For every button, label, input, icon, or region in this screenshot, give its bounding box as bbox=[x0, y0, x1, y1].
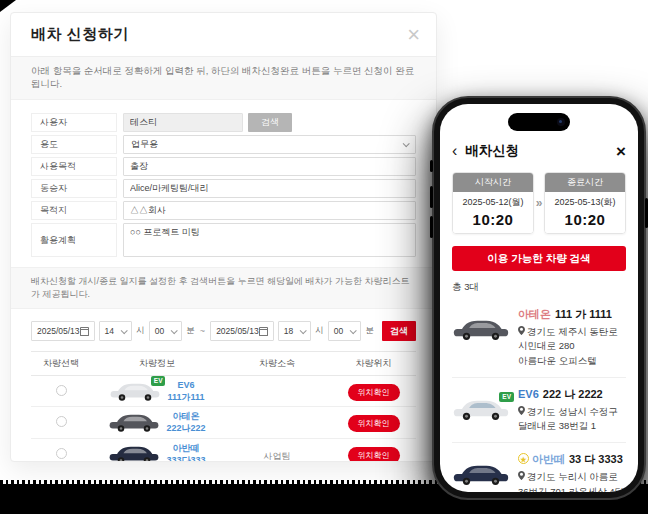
start-date-value: 2025/05/13 bbox=[37, 326, 80, 336]
table-row: 아반떼 333다333 사업팀 위치확인 bbox=[31, 438, 416, 462]
car-image bbox=[108, 442, 160, 462]
purpose-input[interactable] bbox=[123, 157, 416, 176]
available-vehicle-search-button[interactable]: 이용 가능한 차량 검색 bbox=[452, 246, 626, 271]
car-image bbox=[452, 315, 510, 343]
usage-type-label: 용도 bbox=[31, 135, 117, 154]
dispatch-request-modal: 배차 신청하기 × 아래 항목을 순서대로 정확하게 입력한 뒤, 하단의 배차… bbox=[10, 12, 437, 462]
vehicle-plate: 333다333 bbox=[166, 455, 205, 462]
end-time-card[interactable]: 종료시간 2025-05-13(화) 10:20 bbox=[544, 172, 626, 234]
end-date-picker[interactable]: 2025/05/13 bbox=[210, 321, 274, 341]
vehicle-radio[interactable] bbox=[56, 385, 67, 396]
vehicle-dept: 사업팀 bbox=[264, 451, 291, 461]
end-time: 10:20 bbox=[545, 211, 625, 228]
minute-unit-label: 분 bbox=[365, 325, 374, 337]
phone-mockup: ‹ 배차신청 × 시작시간 2025-05-12(월) 10:20 » 종료시간… bbox=[432, 96, 646, 500]
time-range-row: 시작시간 2025-05-12(월) 10:20 » 종료시간 2025-05-… bbox=[452, 172, 626, 234]
dispatch-app: ‹ 배차신청 × 시작시간 2025-05-12(월) 10:20 » 종료시간… bbox=[440, 104, 638, 492]
usage-type-value: 업무용 bbox=[131, 138, 158, 151]
end-minute-value: 00 bbox=[334, 326, 343, 336]
start-hour-value: 14 bbox=[105, 326, 114, 336]
modal-header: 배차 신청하기 × bbox=[11, 13, 436, 57]
vehicle-count: 총 3대 bbox=[452, 281, 626, 294]
map-pin-icon bbox=[518, 326, 525, 335]
chevron-down-icon bbox=[121, 327, 128, 334]
modal-intro-text: 아래 항목을 순서대로 정확하게 입력한 뒤, 하단의 배차신청완료 버튼을 누… bbox=[11, 57, 436, 100]
start-time-label: 시작시간 bbox=[453, 173, 533, 192]
vehicle-plate: 222나222 bbox=[166, 423, 205, 433]
start-minute-value: 00 bbox=[155, 326, 164, 336]
app-header: ‹ 배차신청 × bbox=[452, 138, 626, 164]
vehicle-radio[interactable] bbox=[56, 416, 67, 427]
schedule-row: 2025/05/13 14 시 00 분 ~ 2025/05/13 18 bbox=[31, 321, 416, 341]
close-icon[interactable]: × bbox=[407, 24, 420, 46]
start-time-card[interactable]: 시작시간 2025-05-12(월) 10:20 bbox=[452, 172, 534, 234]
end-hour-select[interactable]: 18 bbox=[278, 321, 312, 341]
start-minute-select[interactable]: 00 bbox=[149, 321, 183, 341]
calendar-icon bbox=[259, 327, 268, 336]
vehicle-address: 경기도 제주시 동탄로 시민대로 280 아름다운 오피스텔 bbox=[518, 325, 626, 368]
start-date-picker[interactable]: 2025/05/13 bbox=[31, 321, 95, 341]
user-search-button[interactable]: 검색 bbox=[248, 113, 292, 132]
app-title: 배차신청 bbox=[465, 142, 616, 160]
vehicle-name: 아반떼 bbox=[532, 453, 565, 465]
hour-unit-label: 시 bbox=[136, 325, 145, 337]
end-minute-select[interactable]: 00 bbox=[328, 321, 362, 341]
end-date-value: 2025/05/13 bbox=[216, 326, 259, 336]
back-icon[interactable]: ‹ bbox=[452, 143, 457, 159]
start-hour-select[interactable]: 14 bbox=[99, 321, 133, 341]
car-image bbox=[108, 410, 160, 434]
phone-screen: ‹ 배차신청 × 시작시간 2025-05-12(월) 10:20 » 종료시간… bbox=[440, 104, 638, 492]
vehicle-model: 아테온 bbox=[172, 411, 199, 421]
calendar-icon bbox=[80, 327, 89, 336]
start-time: 10:20 bbox=[453, 211, 533, 228]
map-pin-icon bbox=[518, 406, 525, 415]
passenger-input[interactable] bbox=[123, 179, 416, 198]
col-select-header: 차량선택 bbox=[31, 352, 91, 376]
phone-mute-switch bbox=[430, 160, 433, 172]
usage-type-select[interactable]: 업무용 bbox=[123, 135, 416, 154]
end-hour-value: 18 bbox=[284, 326, 293, 336]
close-icon[interactable]: × bbox=[616, 143, 626, 160]
vehicle-name-plate[interactable]: 아반떼 333다333 bbox=[166, 442, 205, 462]
vehicle-plate: 222 나 2222 bbox=[543, 388, 603, 400]
user-input[interactable] bbox=[123, 113, 243, 132]
vehicle-name-plate[interactable]: EV6 111가111 bbox=[167, 379, 204, 403]
plan-textarea[interactable]: ○○ 프로젝트 미팅 bbox=[123, 223, 416, 257]
page-corner-decoration bbox=[0, 0, 16, 12]
vehicle-plate: 33 다 3333 bbox=[569, 453, 623, 465]
range-separator: ~ bbox=[200, 326, 205, 336]
location-check-button[interactable]: 위치확인 bbox=[348, 415, 400, 432]
map-pin-icon bbox=[518, 471, 525, 480]
list-item[interactable]: EV EV6222 나 2222 경기도 성남시 수정구 달래내로 38번길 1 bbox=[452, 378, 626, 444]
start-date: 2025-05-12(월) bbox=[453, 196, 533, 209]
chevron-down-icon bbox=[300, 327, 307, 334]
vehicle-model: EV6 bbox=[177, 380, 194, 390]
vehicle-name-plate[interactable]: 아테온 222나222 bbox=[166, 410, 205, 434]
minute-unit-label: 분 bbox=[186, 325, 195, 337]
vehicle-search-button[interactable]: 검색 bbox=[382, 321, 416, 341]
form-row-user: 사용자 검색 bbox=[31, 113, 416, 132]
user-label: 사용자 bbox=[31, 113, 117, 132]
form-row-plan: 활용계획 ○○ 프로젝트 미팅 bbox=[31, 223, 416, 257]
form-row-usage-type: 용도 업무용 bbox=[31, 135, 416, 154]
vehicle-table-header: 차량선택 차량정보 차량소속 차량위치 bbox=[31, 352, 416, 376]
col-location-header: 차량위치 bbox=[331, 352, 416, 376]
car-image bbox=[452, 460, 510, 488]
col-info-header: 차량정보 bbox=[91, 352, 223, 376]
list-item[interactable]: 아테온111 가 1111 경기도 제주시 동탄로 시민대로 280 아름다운 … bbox=[452, 298, 626, 378]
modal-body: 사용자 검색 용도 업무용 사용목적 동승자 bbox=[11, 100, 436, 462]
end-date: 2025-05-13(화) bbox=[545, 196, 625, 209]
car-image: EV bbox=[452, 395, 510, 423]
list-item[interactable]: ★아반떼33 다 3333 경기도 누리시 아름로 36번길 701 라온세상 … bbox=[452, 443, 626, 492]
form-row-passenger: 동승자 bbox=[31, 179, 416, 198]
vehicle-radio[interactable] bbox=[56, 448, 67, 459]
table-row: 아테온 222나222 위치확인 bbox=[31, 407, 416, 438]
destination-input[interactable] bbox=[123, 201, 416, 220]
location-check-button[interactable]: 위치확인 bbox=[348, 447, 400, 462]
form-row-destination: 목적지 bbox=[31, 201, 416, 220]
vehicle-address: 경기도 누리시 아름로 36번길 701 라온세상 4단지 bbox=[518, 470, 626, 492]
vehicle-plate: 111 가 1111 bbox=[555, 308, 612, 320]
col-dept-header: 차량소속 bbox=[223, 352, 331, 376]
location-check-button[interactable]: 위치확인 bbox=[348, 384, 400, 401]
arrow-right-icon: » bbox=[536, 196, 543, 210]
